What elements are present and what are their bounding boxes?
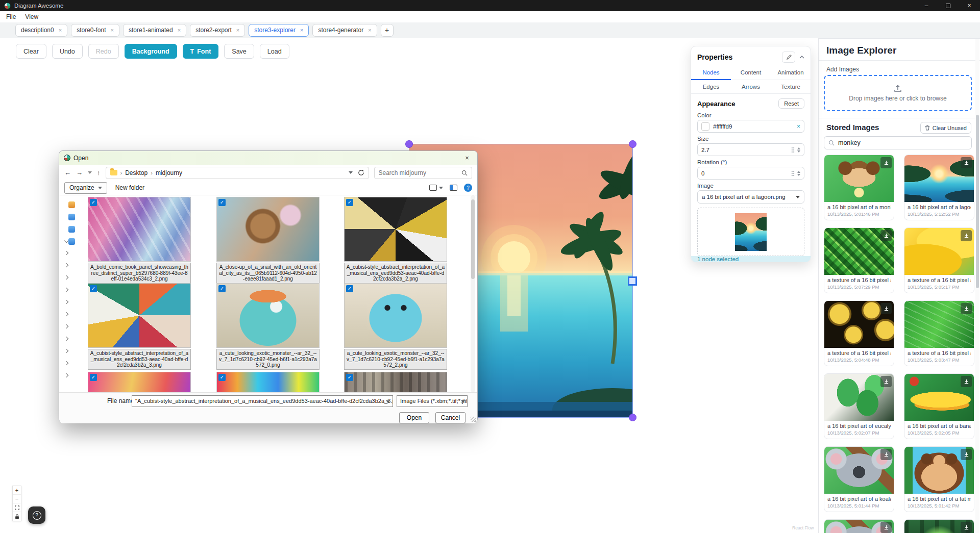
help-icon-button[interactable]: ? [464, 184, 472, 192]
checkbox-checked-icon[interactable]: ✓ [90, 374, 97, 381]
tree-expand-icon[interactable] [64, 288, 68, 292]
dialog-scrollbar[interactable] [471, 195, 475, 392]
tree-item-icon[interactable] [68, 226, 75, 233]
chevron-down-icon[interactable] [461, 400, 465, 403]
download-icon[interactable] [961, 157, 972, 168]
tree-expand-icon[interactable] [64, 324, 68, 328]
tab-nodes[interactable]: Nodes [691, 66, 731, 80]
sidebar-scrollbar[interactable] [975, 39, 979, 533]
help-button[interactable]: ? [28, 506, 45, 524]
clear-unused-button[interactable]: Clear Unused [920, 122, 971, 134]
menu-view[interactable]: View [25, 13, 38, 20]
maximize-button[interactable] [937, 0, 959, 11]
stored-image-card[interactable]: a texture of a 16 bit pixel ar.pn10/13/2… [904, 300, 974, 366]
drag-handle-icon[interactable] [791, 170, 795, 176]
stored-image-card[interactable]: a texture of a 16 bit pixel ar.pn10/13/2… [824, 227, 894, 293]
file-item[interactable]: ✓ [344, 372, 447, 392]
stored-image-card[interactable]: a 16 bit pixel art of a lagoon.p10/13/20… [904, 155, 974, 220]
stored-image-card[interactable] [824, 519, 894, 533]
download-icon[interactable] [961, 230, 972, 241]
close-tab-icon[interactable]: × [300, 27, 303, 33]
close-tab-icon[interactable]: × [178, 27, 181, 33]
download-icon[interactable] [880, 376, 892, 387]
font-button[interactable]: TFont [183, 44, 219, 59]
refresh-icon[interactable] [358, 169, 364, 176]
scrollbar-thumb[interactable] [976, 115, 979, 288]
stored-search-input[interactable] [838, 139, 967, 146]
download-icon[interactable] [880, 449, 892, 460]
tree-item-icon[interactable] [68, 214, 75, 220]
file-item[interactable]: ✓ a_cute_looking_exotic_monster_--ar_32_… [344, 283, 447, 370]
increment-icon[interactable] [797, 147, 800, 149]
tab-store0-font[interactable]: store0-font× [71, 24, 119, 37]
lock-button[interactable] [13, 512, 21, 521]
tree-expand-icon[interactable] [64, 239, 68, 243]
dialog-titlebar[interactable]: Open × [59, 151, 477, 165]
close-tab-icon[interactable]: × [111, 27, 114, 33]
open-button[interactable]: Open [399, 412, 429, 423]
up-button[interactable]: ↑ [97, 169, 101, 176]
color-input[interactable]: #ffffffd9 × [697, 120, 804, 133]
breadcrumb-midjourny[interactable]: midjourny [156, 169, 182, 176]
checkbox-checked-icon[interactable]: ✓ [90, 199, 97, 206]
back-button[interactable]: ← [64, 169, 71, 176]
resize-handle-bottom-right[interactable] [629, 414, 636, 421]
organize-button[interactable]: Organize [64, 182, 107, 194]
resize-handle-top-left[interactable] [405, 140, 413, 148]
drag-handle-icon[interactable] [791, 147, 795, 153]
menu-file[interactable]: File [6, 13, 16, 20]
download-icon[interactable] [880, 230, 892, 241]
download-icon[interactable] [880, 157, 892, 168]
stored-image-card[interactable] [904, 519, 974, 533]
checkbox-checked-icon[interactable]: ✓ [218, 374, 226, 381]
zoom-out-button[interactable]: − [13, 495, 21, 503]
tree-expand-icon[interactable] [64, 300, 68, 304]
tab-store3-explorer[interactable]: store3-explorer× [249, 24, 309, 37]
download-icon[interactable] [961, 522, 972, 533]
color-swatch[interactable] [701, 122, 709, 131]
file-item[interactable]: ✓ A_close-up_of_a_snail_with_an_old_orie… [216, 197, 320, 284]
breadcrumb-desktop[interactable]: Desktop [125, 169, 148, 176]
stored-image-card[interactable]: a texture of a 16 bit pixel ar.pn10/13/2… [824, 300, 894, 366]
chevron-down-icon[interactable] [386, 400, 390, 403]
tree-expand-icon[interactable] [64, 263, 68, 267]
save-button[interactable]: Save [224, 44, 254, 59]
zoom-in-button[interactable]: + [13, 486, 21, 495]
stored-image-card[interactable]: a 16 bit pixel art of a koala.png10/13/2… [824, 446, 894, 512]
file-item[interactable]: ✓ [88, 372, 191, 392]
decrement-icon[interactable] [797, 150, 800, 153]
stored-search[interactable] [824, 136, 972, 149]
tab-store4-generator[interactable]: store4-generator× [312, 24, 377, 37]
forward-button[interactable]: → [76, 169, 83, 176]
load-button[interactable]: Load [260, 44, 289, 59]
tab-texture[interactable]: Texture [771, 80, 811, 94]
tree-expand-icon[interactable] [64, 373, 68, 377]
dialog-close-button[interactable]: × [457, 154, 477, 162]
file-item[interactable]: ✓ [216, 372, 320, 392]
checkbox-checked-icon[interactable]: ✓ [218, 285, 226, 292]
preview-pane-button[interactable] [450, 185, 457, 191]
decrement-icon[interactable] [797, 174, 800, 176]
add-tab-button[interactable]: + [381, 24, 394, 37]
tree-expand-icon[interactable] [64, 275, 68, 280]
new-folder-button[interactable]: New folder [115, 184, 144, 191]
tab-description0[interactable]: description0× [15, 24, 67, 37]
redo-button[interactable]: Redo [88, 44, 119, 59]
download-icon[interactable] [880, 303, 892, 314]
stored-image-card[interactable]: a 16 bit pixel art of a banana.p10/13/20… [904, 373, 974, 439]
checkbox-checked-icon[interactable]: ✓ [218, 199, 226, 206]
minimize-button[interactable]: – [916, 0, 937, 11]
view-mode-button[interactable] [429, 185, 443, 191]
download-icon[interactable] [961, 303, 972, 314]
tab-content[interactable]: Content [731, 66, 771, 80]
address-bar[interactable]: › Desktop › midjourny [106, 167, 369, 179]
checkbox-checked-icon[interactable]: ✓ [346, 285, 353, 292]
stored-image-card[interactable]: a 16 bit pixel art of eucalypt.pn10/13/2… [824, 373, 894, 439]
file-item[interactable]: ✓ A_bold_comic_book_panel_showcasing_thr… [88, 197, 191, 284]
tree-expand-icon[interactable] [64, 337, 68, 341]
close-tab-icon[interactable]: × [59, 27, 62, 33]
address-dropdown-caret[interactable] [349, 171, 353, 174]
resize-grip[interactable] [471, 417, 476, 422]
clear-color-icon[interactable]: × [797, 123, 800, 130]
dialog-search[interactable] [374, 167, 473, 179]
